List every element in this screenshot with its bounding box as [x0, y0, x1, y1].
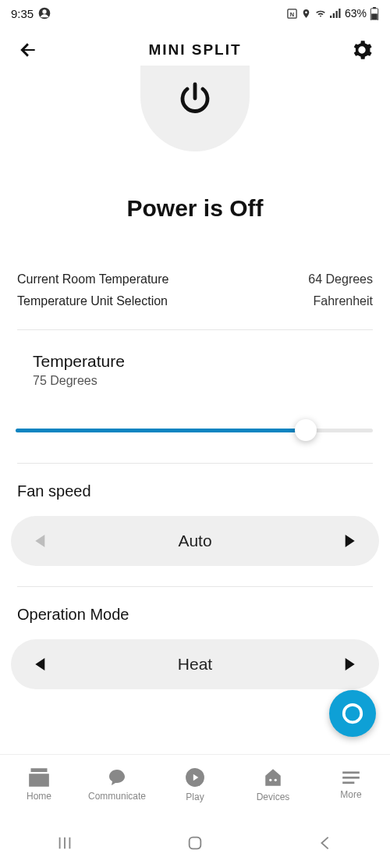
alexa-fab[interactable] — [329, 690, 376, 737]
svg-point-4 — [305, 11, 307, 13]
svg-rect-11 — [371, 13, 378, 20]
room-temp-row: Current Room Temperature 64 Degrees — [17, 269, 373, 290]
slider-fill — [16, 429, 304, 432]
triangle-right-icon — [344, 658, 355, 671]
svg-rect-18 — [342, 781, 354, 784]
gear-icon — [351, 39, 373, 61]
battery-icon — [370, 7, 379, 20]
room-temp-label: Current Room Temperature — [17, 272, 168, 286]
svg-rect-6 — [333, 13, 335, 18]
android-home[interactable] — [186, 834, 204, 855]
svg-point-14 — [269, 779, 271, 781]
android-back[interactable] — [317, 834, 334, 855]
home-nav-icon — [186, 834, 204, 852]
mode-next-button[interactable] — [340, 658, 359, 671]
triangle-left-icon — [35, 658, 46, 671]
fan-speed-selector[interactable]: Auto — [11, 516, 379, 566]
location-icon — [301, 9, 311, 19]
devices-icon — [263, 767, 283, 788]
tab-more[interactable]: More — [316, 770, 386, 800]
unit-label: Temperature Unit Selection — [17, 294, 168, 308]
temperature-section: Temperature 75 Degrees — [0, 330, 390, 388]
account-icon — [38, 7, 51, 20]
svg-rect-17 — [342, 777, 360, 779]
unit-row: Temperature Unit Selection Fahrenheit — [17, 290, 373, 312]
temperature-slider[interactable] — [0, 414, 390, 446]
divider — [17, 586, 373, 587]
tab-communicate[interactable]: Communicate — [82, 768, 152, 802]
svg-text:N: N — [290, 10, 294, 17]
room-temp-value: 64 Degrees — [308, 272, 373, 286]
tab-devices[interactable]: Devices — [238, 767, 308, 802]
tab-label: Play — [186, 792, 204, 802]
operation-mode-label: Operation Mode — [17, 606, 373, 624]
status-bar: 9:35 N 63% — [0, 0, 390, 27]
alexa-icon — [341, 702, 364, 725]
bottom-tab-bar: Home Communicate Play Devices More — [0, 754, 390, 815]
svg-rect-19 — [190, 838, 201, 849]
svg-rect-8 — [339, 9, 340, 18]
android-nav-bar — [0, 821, 390, 868]
fan-next-button[interactable] — [340, 535, 359, 547]
play-icon — [185, 767, 205, 788]
recents-icon — [56, 834, 73, 852]
tab-home[interactable]: Home — [4, 768, 74, 802]
tab-label: Home — [27, 791, 51, 802]
tab-play[interactable]: Play — [160, 767, 230, 802]
svg-rect-5 — [330, 16, 332, 18]
fan-speed-value: Auto — [178, 532, 211, 550]
mode-prev-button[interactable] — [31, 658, 50, 671]
fan-speed-label: Fan speed — [17, 482, 373, 500]
triangle-right-icon — [344, 535, 355, 547]
tab-label: Devices — [257, 792, 290, 802]
svg-point-1 — [43, 9, 47, 13]
power-button[interactable] — [140, 66, 250, 151]
back-button[interactable] — [12, 34, 44, 66]
android-recents[interactable] — [56, 834, 73, 855]
temperature-label: Temperature — [33, 352, 373, 371]
tab-label: More — [340, 789, 361, 800]
triangle-left-icon — [35, 535, 46, 547]
unit-value: Fahrenheit — [314, 294, 374, 308]
menu-icon — [341, 770, 361, 785]
signal-icon — [330, 8, 342, 19]
tab-label: Communicate — [88, 791, 146, 802]
slider-thumb[interactable] — [295, 419, 317, 441]
battery-percent: 63% — [345, 7, 367, 20]
power-icon — [176, 80, 214, 117]
home-icon — [28, 768, 50, 787]
svg-point-15 — [275, 779, 277, 781]
fan-section: Fan speed — [0, 482, 390, 500]
chat-icon — [107, 768, 127, 787]
status-time: 9:35 — [11, 7, 34, 20]
divider — [17, 463, 373, 464]
fan-prev-button[interactable] — [31, 535, 50, 547]
svg-rect-16 — [342, 771, 360, 774]
operation-mode-selector[interactable]: Heat — [11, 639, 379, 689]
settings-button[interactable] — [346, 34, 378, 66]
svg-point-12 — [344, 705, 362, 723]
wifi-icon — [314, 8, 327, 19]
page-title: MINI SPLIT — [44, 41, 346, 59]
svg-rect-7 — [335, 11, 337, 18]
power-status: Power is Off — [0, 195, 390, 222]
temperature-value: 75 Degrees — [33, 374, 373, 388]
operation-mode-value: Heat — [178, 655, 212, 674]
arrow-left-icon — [18, 40, 38, 60]
back-nav-icon — [317, 834, 334, 852]
info-section: Current Room Temperature 64 Degrees Temp… — [0, 269, 390, 312]
mode-section: Operation Mode — [0, 606, 390, 624]
nfc-icon: N — [286, 8, 298, 20]
